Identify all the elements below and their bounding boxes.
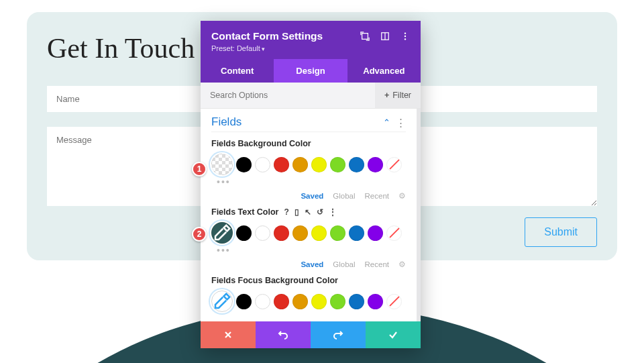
annotation-badge-1: 1 — [192, 162, 207, 176]
swatch-yellow[interactable] — [311, 157, 327, 172]
footer-save-button[interactable] — [366, 321, 421, 348]
palette-global[interactable]: Global — [333, 192, 355, 200]
palette-recent-2[interactable]: Recent — [365, 260, 389, 268]
section-title: Fields — [211, 115, 241, 129]
panel-title: Contact Form Settings — [211, 30, 323, 42]
eyedropper-blue[interactable] — [211, 291, 233, 312]
eyedropper-dark[interactable] — [211, 222, 233, 244]
search-row: + Filter — [201, 83, 421, 109]
swatch-row-focus — [211, 291, 406, 312]
svg-point-3 — [405, 32, 406, 34]
swatch-white[interactable] — [255, 157, 270, 172]
swatch-blue[interactable] — [349, 157, 364, 172]
columns-icon[interactable] — [380, 32, 390, 41]
swatch-row-text — [211, 222, 406, 244]
palette-tabs-1: Saved Global Recent ⚙ — [211, 191, 406, 201]
section-more-icon[interactable]: ⋮ — [396, 117, 406, 127]
tab-content[interactable]: Content — [201, 59, 274, 83]
palette-saved-2[interactable]: Saved — [301, 260, 323, 268]
swatch-blue-3[interactable] — [349, 294, 364, 309]
section-body: Fields ⌃ ⋮ Fields Background Color ••• — [201, 109, 421, 321]
settings-panel: Contact Form Settings Preset: Default Co… — [201, 21, 421, 348]
tab-design[interactable]: Design — [274, 59, 347, 83]
swatch-none[interactable] — [386, 157, 402, 172]
swatch-red-2[interactable] — [274, 225, 289, 241]
reset-icon[interactable]: ↺ — [317, 207, 323, 217]
swatch-green-3[interactable] — [330, 294, 345, 309]
prop-label-bg: Fields Background Color — [211, 139, 406, 148]
swatch-transparent[interactable] — [211, 154, 233, 175]
footer-redo-button[interactable] — [311, 321, 366, 348]
expand-icon[interactable] — [360, 32, 370, 41]
filter-button[interactable]: + Filter — [375, 83, 421, 108]
swatch-red-3[interactable] — [274, 294, 289, 309]
prop-label-focus: Fields Focus Background Color — [211, 276, 406, 285]
swatch-blue-2[interactable] — [349, 225, 364, 241]
section-header[interactable]: Fields ⌃ ⋮ — [211, 115, 406, 132]
swatch-black[interactable] — [236, 157, 252, 172]
chevron-up-icon[interactable]: ⌃ — [383, 117, 390, 127]
footer-undo-button[interactable] — [256, 321, 311, 348]
svg-rect-0 — [362, 34, 368, 40]
swatch-green-2[interactable] — [330, 225, 345, 241]
swatch-purple-3[interactable] — [368, 294, 383, 309]
more-icon[interactable] — [400, 32, 410, 41]
panel-header: Contact Form Settings Preset: Default — [201, 21, 421, 59]
palette-global-2[interactable]: Global — [333, 260, 355, 268]
prop-fields-focus: Fields Focus Background Color — [211, 276, 406, 312]
hover-icon[interactable]: ↖ — [305, 207, 311, 217]
submit-button[interactable]: Submit — [525, 217, 597, 247]
palette-recent[interactable]: Recent — [365, 192, 389, 200]
swatch-black-3[interactable] — [236, 294, 252, 309]
swatch-none-2[interactable] — [386, 225, 402, 241]
swatch-none-3[interactable] — [386, 294, 402, 309]
footer-close-button[interactable] — [201, 321, 256, 348]
panel-footer — [201, 321, 421, 348]
tab-advanced[interactable]: Advanced — [347, 59, 421, 83]
preset-dropdown[interactable]: Preset: Default — [211, 44, 323, 52]
swatch-white-3[interactable] — [255, 294, 270, 309]
palette-saved[interactable]: Saved — [301, 192, 323, 200]
swatch-more-icon[interactable]: ••• — [217, 176, 406, 187]
svg-point-4 — [405, 36, 406, 37]
swatch-orange-2[interactable] — [292, 225, 308, 241]
swatch-green[interactable] — [330, 157, 345, 172]
swatch-orange-3[interactable] — [292, 294, 308, 309]
filter-label: Filter — [392, 91, 411, 100]
swatch-yellow-3[interactable] — [311, 294, 327, 309]
annotation-badge-2: 2 — [192, 227, 207, 242]
prop-fields-text: Fields Text Color ? ▯ ↖ ↺ ⋮ — [211, 207, 406, 269]
swatch-black-2[interactable] — [236, 225, 252, 241]
gear-icon-2[interactable]: ⚙ — [398, 260, 406, 269]
prop-more-icon[interactable]: ⋮ — [329, 207, 337, 217]
device-icon[interactable]: ▯ — [294, 207, 299, 217]
plus-icon: + — [384, 91, 389, 100]
swatch-row-bg — [211, 154, 406, 175]
prop-fields-bg: Fields Background Color ••• Saved Global… — [211, 139, 406, 201]
prop-label-text: Fields Text Color ? ▯ ↖ ↺ ⋮ — [211, 207, 406, 217]
search-input[interactable] — [201, 83, 375, 107]
swatch-white-2[interactable] — [255, 225, 270, 241]
swatch-purple-2[interactable] — [368, 225, 383, 241]
help-icon[interactable]: ? — [284, 207, 288, 217]
palette-tabs-2: Saved Global Recent ⚙ — [211, 260, 406, 269]
swatch-orange[interactable] — [292, 157, 308, 172]
swatch-more-icon-2[interactable]: ••• — [217, 245, 406, 256]
swatch-red[interactable] — [274, 157, 289, 172]
tabs: Content Design Advanced — [201, 59, 421, 83]
swatch-yellow-2[interactable] — [311, 225, 327, 241]
swatch-purple[interactable] — [368, 157, 383, 172]
gear-icon[interactable]: ⚙ — [398, 191, 406, 201]
svg-point-5 — [405, 38, 406, 40]
